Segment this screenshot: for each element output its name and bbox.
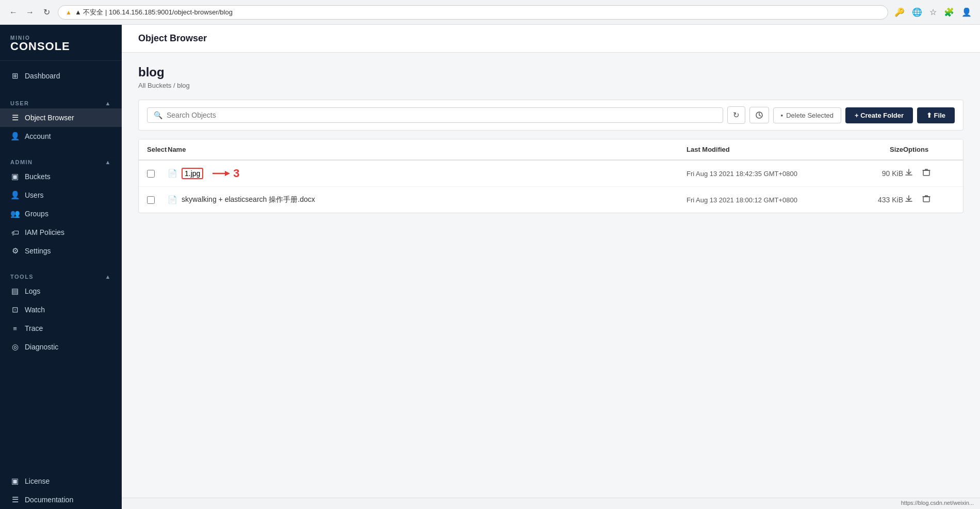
toolbar: 🔍 ↻ ▪ Delete Selected + Create Folder ⬆ … <box>138 100 963 131</box>
content-area: blog All Buckets / blog 🔍 ↻ ▪ <box>122 53 980 498</box>
create-folder-button[interactable]: + Create Folder <box>845 107 913 123</box>
sidebar-item-label: Buckets <box>25 172 51 181</box>
delete-selected-button[interactable]: ▪ Delete Selected <box>773 107 841 123</box>
row-1-filename: 1.jpg <box>185 169 200 178</box>
col-select: Select <box>147 146 168 153</box>
security-warning-icon: ▲ <box>66 9 72 16</box>
row-1-annotation: 3 <box>211 167 239 180</box>
row-1-name-cell: 📄 1.jpg 3 <box>168 167 687 180</box>
col-size: Size <box>841 146 903 153</box>
row-2-checkbox[interactable] <box>147 196 155 204</box>
annotation-number: 3 <box>233 167 239 180</box>
file-icon: 📄 <box>168 195 177 204</box>
sidebar-item-label: Watch <box>25 306 45 314</box>
sidebar-admin-section: ADMIN ▲ ▣ Buckets 👤 Users 👥 Groups 🏷 IAM… <box>0 150 122 264</box>
history-button[interactable] <box>749 107 769 123</box>
sidebar-item-users[interactable]: 👤 Users <box>0 186 122 204</box>
sidebar-item-label: Documentation <box>25 496 73 504</box>
row-2-filename: skywalking + elasticsearch 操作手册.docx <box>182 195 315 204</box>
sidebar-item-label: Logs <box>25 287 40 295</box>
sidebar-item-label: Trace <box>25 324 43 332</box>
sidebar-dashboard-section: ⊞ Dashboard <box>0 61 122 91</box>
translate-icon[interactable]: 🌐 <box>910 5 924 19</box>
account-icon: 👤 <box>10 132 20 141</box>
search-box: 🔍 <box>147 107 723 123</box>
logo: MINIO CONSOLE <box>0 25 122 61</box>
svg-rect-4 <box>923 197 929 202</box>
upload-label: ⬆ File <box>926 112 945 119</box>
address-text: ▲ 不安全 | 106.14.156.185:9001/object-brows… <box>75 8 233 17</box>
sidebar-item-license[interactable]: ▣ License <box>0 472 122 490</box>
logo-text: CONSOLE <box>10 41 111 52</box>
sidebar-item-watch[interactable]: ⊡ Watch <box>0 300 122 319</box>
row-1-download-button[interactable] <box>903 167 914 180</box>
row-2-download-button[interactable] <box>903 193 914 206</box>
forward-button[interactable]: → <box>23 5 37 20</box>
sidebar-item-object-browser[interactable]: ☰ Object Browser <box>0 108 122 127</box>
sidebar-item-label: Diagnostic <box>25 343 58 351</box>
row-1-delete-button[interactable] <box>921 167 932 180</box>
row-1-modified: Fri Aug 13 2021 18:42:35 GMT+0800 <box>687 170 841 178</box>
create-folder-label: + Create Folder <box>855 112 904 119</box>
search-icon: 🔍 <box>154 111 162 119</box>
buckets-icon: ▣ <box>10 172 20 181</box>
row-2-size: 433 KiB <box>841 196 903 204</box>
iam-policies-icon: 🏷 <box>10 228 20 237</box>
address-bar[interactable]: ▲ ▲ 不安全 | 106.14.156.185:9001/object-bro… <box>58 5 888 20</box>
page-header: Object Browser <box>122 25 980 53</box>
settings-icon: ⚙ <box>10 246 20 256</box>
search-input[interactable] <box>167 111 716 119</box>
bookmark-icon[interactable]: ☆ <box>927 5 939 19</box>
sidebar-item-label: Settings <box>25 247 51 255</box>
sidebar-item-label: Account <box>25 132 51 140</box>
refresh-button[interactable]: ↻ <box>727 106 745 124</box>
users-icon: 👤 <box>10 190 20 200</box>
sidebar-item-account[interactable]: 👤 Account <box>0 127 122 146</box>
page-title: Object Browser <box>138 33 207 43</box>
sidebar-item-trace[interactable]: ≡ Trace <box>0 319 122 338</box>
sidebar-item-iam-policies[interactable]: 🏷 IAM Policies <box>0 223 122 242</box>
row-1-name-highlighted: 1.jpg <box>182 168 203 179</box>
sidebar-item-documentation[interactable]: ☰ Documentation <box>0 490 122 509</box>
sidebar-item-groups[interactable]: 👥 Groups <box>0 204 122 223</box>
license-icon: ▣ <box>10 476 20 486</box>
sidebar-item-label: Groups <box>25 210 48 218</box>
row-1-actions <box>903 167 955 180</box>
profile-icon[interactable]: 👤 <box>959 5 974 19</box>
breadcrumb: All Buckets / blog <box>138 82 963 89</box>
key-icon[interactable]: 🔑 <box>892 5 907 19</box>
back-button[interactable]: ← <box>6 5 21 20</box>
sidebar-item-settings[interactable]: ⚙ Settings <box>0 242 122 260</box>
row-1-size: 90 KiB <box>841 169 903 178</box>
sidebar-user-section: USER ▲ ☰ Object Browser 👤 Account <box>0 91 122 150</box>
browser-navigation: ← → ↻ <box>6 5 54 20</box>
sidebar: MINIO CONSOLE ⊞ Dashboard USER ▲ ☰ Objec… <box>0 25 122 509</box>
table-row: 📄 1.jpg 3 Fri Aug 1 <box>139 161 963 187</box>
sidebar-item-logs[interactable]: ▤ Logs <box>0 282 122 300</box>
upload-file-button[interactable]: ⬆ File <box>917 107 955 123</box>
logs-icon: ▤ <box>10 287 20 296</box>
table-row: 📄 skywalking + elasticsearch 操作手册.docx F… <box>139 187 963 213</box>
sidebar-item-dashboard[interactable]: ⊞ Dashboard <box>0 65 122 87</box>
sidebar-item-buckets[interactable]: ▣ Buckets <box>0 167 122 186</box>
delete-icon: ▪ <box>781 112 783 119</box>
row-1-select <box>147 170 168 178</box>
sidebar-item-label: License <box>25 477 50 485</box>
breadcrumb-all-buckets[interactable]: All Buckets <box>138 82 171 89</box>
file-icon: 📄 <box>168 169 177 178</box>
extensions-icon[interactable]: 🧩 <box>942 5 956 19</box>
row-2-modified: Fri Aug 13 2021 18:00:12 GMT+0800 <box>687 196 841 204</box>
svg-rect-3 <box>923 170 929 176</box>
admin-section-label: ADMIN ▲ <box>0 154 122 167</box>
reload-button[interactable]: ↻ <box>39 5 54 20</box>
row-2-delete-button[interactable] <box>921 193 932 206</box>
tools-section-label: TOOLS ▲ <box>0 268 122 282</box>
breadcrumb-current: blog <box>177 82 190 89</box>
sidebar-item-diagnostic[interactable]: ◎ Diagnostic <box>0 338 122 356</box>
row-2-select <box>147 196 168 204</box>
row-1-checkbox[interactable] <box>147 170 155 178</box>
annotation-arrow <box>211 168 232 179</box>
user-section-label: USER ▲ <box>0 95 122 108</box>
sidebar-item-label: Object Browser <box>25 114 74 122</box>
dashboard-icon: ⊞ <box>10 71 20 81</box>
